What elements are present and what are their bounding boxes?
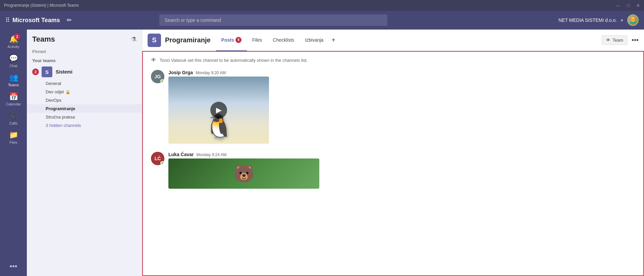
channel-programiranje-label: Programiranje (46, 106, 75, 111)
channel-devops[interactable]: DevOps (27, 96, 142, 104)
tab-izbivanja[interactable]: Izbivanja (300, 30, 329, 51)
channel-more-button[interactable]: ••• (632, 36, 639, 44)
channel-name: Programiranje (165, 36, 211, 44)
channel-tabs: Posts 4 Files Checklists Izbivanja + (216, 30, 602, 51)
teams-sidebar: Teams ⚗ Pinned Your teams 2 S Sistemi ••… (27, 30, 142, 276)
close-button[interactable]: ✕ (636, 3, 640, 8)
tab-posts-label: Posts (221, 37, 234, 43)
calls-icon: 📞 (9, 111, 18, 120)
message-time-luka: Monday 9:24 AM (196, 152, 226, 157)
team-avatar-sistemi: S (42, 66, 52, 77)
calls-label: Calls (9, 121, 17, 125)
hidden-channels-link[interactable]: 3 hidden channels (27, 121, 142, 130)
message-block-luka: LĆ Luka Ćavar Monday 9:24 AM 🐻 (143, 148, 643, 193)
titlebar-buttons: — □ ✕ (616, 3, 640, 8)
channel-programiranje[interactable]: Programiranje (27, 104, 142, 113)
sidebar-header: Teams ⚗ (27, 30, 142, 46)
channel-devops-label: DevOps (46, 98, 61, 103)
online-status-dot (160, 79, 164, 83)
maximize-button[interactable]: □ (627, 3, 630, 8)
video-thumbnail-bear[interactable]: 🐻 (168, 158, 319, 189)
message-sender-luka: Luka Ćavar (168, 152, 194, 157)
channel-general[interactable]: General (27, 79, 142, 88)
avatar-josip: JG (151, 70, 164, 83)
left-nav: 1 🔔 Activity 💬 Chat 👥 Teams 📅 Calendar 📞… (0, 30, 27, 276)
avatar-luka-initials: LĆ (155, 156, 161, 161)
nav-more-button[interactable]: ••• (9, 262, 17, 271)
add-tab-button[interactable]: + (329, 30, 338, 51)
channel-strucnapraksa[interactable]: Stručna praksa (27, 113, 142, 121)
files-icon: 📁 (9, 131, 18, 139)
tab-files[interactable]: Files (247, 30, 268, 51)
files-label: Files (9, 140, 17, 144)
eye-icon: 👁 (606, 38, 610, 43)
message-body-josip: Josip Grga Monday 9:20 AM 🐧 ▶ (168, 70, 635, 144)
filter-icon[interactable]: ⚗ (131, 36, 137, 43)
message-time: Monday 9:20 AM (196, 71, 226, 75)
message-block: JG Josip Grga Monday 9:20 AM 🐧 ▶ (143, 66, 643, 148)
search-bar[interactable]: Search or type a command (159, 14, 387, 26)
tab-checklists-label: Checklists (273, 37, 294, 43)
sidebar-item-chat[interactable]: 💬 Chat (1, 51, 25, 71)
sidebar-item-teams[interactable]: 👥 Teams (1, 71, 25, 90)
tab-izbivanja-label: Izbivanja (305, 37, 323, 43)
system-message: 👁 Tonći Vatavuk set this channel to be a… (143, 54, 643, 66)
minimize-button[interactable]: — (616, 3, 620, 8)
main-layout: 1 🔔 Activity 💬 Chat 👥 Teams 📅 Calendar 📞… (0, 30, 644, 276)
lock-icon: 🔒 (65, 90, 70, 94)
message-body-luka: Luka Ćavar Monday 9:24 AM 🐻 (168, 152, 635, 189)
avatar-luka: LĆ (151, 152, 164, 165)
pinned-label: Pinned (27, 46, 142, 55)
channel-header-right: 👁 Team ••• (602, 35, 639, 45)
app-header: ⠿ Microsoft Teams ✏ Search or type a com… (0, 11, 644, 30)
team-name-sistemi: Sistemi (56, 69, 130, 75)
chat-icon: 💬 (9, 54, 18, 63)
tab-checklists[interactable]: Checklists (267, 30, 300, 51)
user-chevron-icon[interactable]: ▾ (621, 18, 623, 23)
calendar-icon: 📅 (9, 92, 18, 101)
message-header-luka: Luka Ćavar Monday 9:24 AM (168, 152, 635, 157)
online-status-dot-luka (160, 161, 164, 165)
tab-posts[interactable]: Posts 4 (216, 30, 247, 51)
team-badge: 2 (32, 68, 39, 75)
bear-emoji: 🐻 (233, 164, 254, 183)
message-header: Josip Grga Monday 9:20 AM (168, 70, 635, 75)
sidebar-item-activity[interactable]: 1 🔔 Activity (1, 32, 25, 51)
system-message-text: Tonći Vatavuk set this channel to be aut… (160, 58, 308, 63)
channel-header: S Programiranje Posts 4 Files Checklists… (142, 30, 644, 51)
search-placeholder: Search or type a command (165, 17, 221, 23)
activity-badge: 1 (14, 34, 20, 40)
calendar-label: Calendar (6, 102, 21, 106)
your-teams-label: Your teams (27, 55, 142, 64)
grid-icon[interactable]: ⠿ (5, 16, 10, 24)
team-button[interactable]: 👁 Team (602, 35, 628, 45)
app-name: Microsoft Teams (12, 17, 60, 24)
channel-strucnapraksa-label: Stručna praksa (46, 114, 75, 120)
posts-badge: 4 (235, 37, 241, 43)
chat-label: Chat (9, 64, 17, 68)
avatar-image: 👨‍🦲 (628, 14, 638, 26)
play-button[interactable]: ▶ (210, 102, 227, 119)
video-thumbnail-penguin[interactable]: 🐧 ▶ (168, 77, 269, 144)
compose-button[interactable]: ✏ (67, 16, 72, 24)
header-right: NET MEDIA SISTEMI d.o.o. ▾ 👨‍🦲 (558, 14, 639, 26)
teams-label: Teams (8, 83, 19, 87)
teams-icon: 👥 (9, 73, 18, 82)
sidebar-item-calendar[interactable]: 📅 Calendar (1, 90, 25, 109)
main-content: S Programiranje Posts 4 Files Checklists… (142, 30, 644, 276)
channel-devodjel[interactable]: Dev odjel 🔒 (27, 88, 142, 96)
titlebar-title: Programiranje (Sistemi) | Microsoft Team… (4, 3, 79, 8)
sidebar-title: Teams (32, 35, 55, 44)
sidebar-item-files[interactable]: 📁 Files (1, 128, 25, 147)
avatar-josip-initials: JG (155, 74, 161, 79)
channel-general-label: General (46, 81, 61, 86)
app-logo: ⠿ Microsoft Teams (5, 16, 60, 24)
user-avatar[interactable]: 👨‍🦲 (627, 14, 639, 26)
sidebar-item-calls[interactable]: 📞 Calls (1, 109, 25, 128)
tab-files-label: Files (252, 37, 262, 43)
chat-area: 👁 Tonći Vatavuk set this channel to be a… (142, 51, 644, 276)
message-sender: Josip Grga (168, 70, 193, 75)
activity-label: Activity (8, 45, 19, 49)
team-button-label: Team (612, 38, 623, 43)
team-item-sistemi[interactable]: 2 S Sistemi ••• (27, 64, 142, 79)
